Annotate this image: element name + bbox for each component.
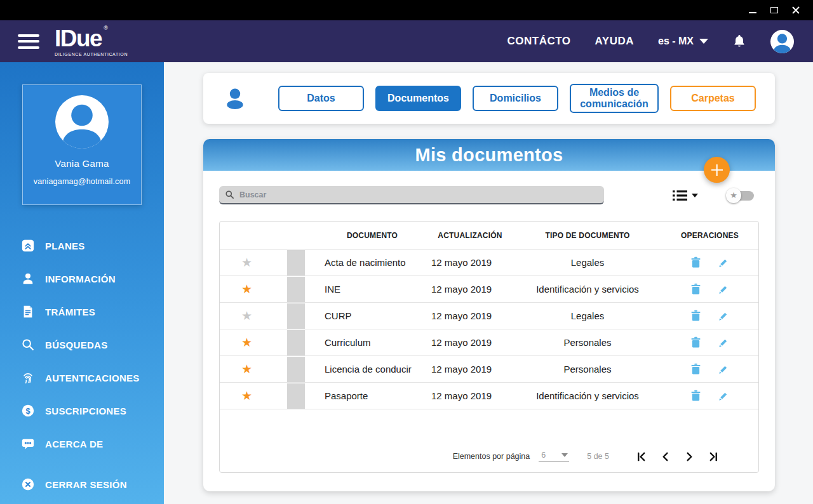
star-toggle[interactable]: ★ — [220, 256, 274, 269]
documents-header: Mis documentos — [203, 139, 775, 171]
person-icon — [770, 30, 794, 53]
last-page-button[interactable] — [708, 451, 719, 462]
edit-button[interactable] — [718, 257, 729, 269]
maximize-button[interactable] — [763, 0, 785, 20]
documents-toolbar: ★ — [203, 171, 775, 204]
pencil-icon — [718, 337, 729, 348]
tab-medios-de-comunicacion[interactable]: Medios de comunicación — [570, 84, 659, 112]
column-header-actualizacion: ACTUALIZACIÓN — [426, 231, 514, 240]
star-icon: ★ — [726, 188, 741, 203]
top-navbar: IDue ® DILIGENCE AUTHENTICATION CONTÁCTO… — [0, 20, 813, 62]
document-thumbnail — [287, 357, 305, 382]
edit-button[interactable] — [718, 284, 729, 295]
plans-icon — [21, 239, 35, 253]
user-avatar[interactable] — [770, 30, 794, 53]
chevron-down-icon — [692, 194, 698, 197]
star-toggle[interactable]: ★ — [220, 363, 274, 375]
add-document-button[interactable] — [704, 157, 730, 183]
document-thumbnail — [287, 250, 305, 275]
sidebar-item-cerrar-sesion[interactable]: CERRAR SESIÓN — [0, 468, 164, 501]
previous-page-button[interactable] — [660, 451, 671, 462]
section-tabs-card: Datos Documentos Domicilios Medios de co… — [203, 73, 775, 124]
sidebar-item-label: INFORMACIÓN — [45, 274, 116, 284]
tab-domicilios[interactable]: Domicilios — [473, 86, 558, 111]
tab-datos[interactable]: Datos — [278, 86, 364, 111]
delete-button[interactable] — [690, 310, 701, 322]
document-thumbnail — [287, 330, 305, 355]
list-icon — [673, 190, 687, 201]
delete-button[interactable] — [690, 283, 701, 295]
search-input[interactable] — [239, 190, 598, 199]
tab-buttons: Datos Documentos Domicilios Medios de co… — [278, 84, 756, 112]
pencil-icon — [718, 284, 729, 295]
sidebar-item-label: PLANES — [45, 241, 85, 251]
pencil-icon — [718, 364, 729, 375]
first-page-button[interactable] — [636, 451, 647, 462]
view-mode-dropdown[interactable] — [673, 190, 698, 201]
table-header: DOCUMENTO ACTUALIZACIÓN TIPO DE DOCUMENT… — [220, 222, 758, 249]
document-updated: 12 mayo 2019 — [426, 337, 514, 348]
delete-button[interactable] — [690, 363, 701, 375]
trash-icon — [690, 310, 701, 322]
first-page-icon — [636, 451, 647, 462]
profile-avatar — [55, 95, 109, 149]
table-row: ★ CURP 12 mayo 2019 Legales — [220, 303, 758, 329]
sidebar-item-acerca-de[interactable]: ACERCA DE — [0, 427, 164, 460]
document-type: Legales — [514, 257, 661, 268]
notifications-button[interactable] — [732, 34, 746, 49]
window-titlebar — [0, 0, 813, 20]
minimize-button[interactable] — [742, 0, 763, 20]
document-name: Pasaporte — [318, 390, 426, 401]
minimize-icon — [749, 12, 756, 13]
logout-icon — [21, 477, 35, 491]
close-icon — [791, 6, 800, 15]
trash-icon — [690, 363, 701, 375]
contact-link[interactable]: CONTÁCTO — [507, 35, 571, 48]
pencil-icon — [718, 310, 729, 322]
document-name: CURP — [318, 310, 426, 321]
table-row: ★ Curriculum 12 mayo 2019 Personales — [220, 329, 758, 356]
document-name: Curriculum — [318, 337, 426, 348]
document-type: Legales — [514, 310, 661, 321]
sidebar-item-tramites[interactable]: TRÁMITES — [0, 295, 164, 328]
column-header-tipo: TIPO DE DOCUMENTO — [514, 231, 661, 240]
hamburger-menu-icon[interactable] — [18, 34, 39, 49]
tab-carpetas[interactable]: Carpetas — [670, 86, 756, 111]
sidebar-item-suscripciones[interactable]: $ SUSCRIPCIONES — [0, 394, 164, 427]
edit-button[interactable] — [718, 310, 729, 322]
sidebar-item-informacion[interactable]: INFORMACIÓN — [0, 262, 164, 295]
bell-icon — [732, 34, 746, 49]
next-page-button[interactable] — [684, 451, 695, 462]
registered-mark: ® — [104, 25, 108, 31]
language-dropdown[interactable]: es - MX — [658, 36, 708, 47]
last-page-icon — [708, 451, 719, 462]
document-type: Personales — [514, 337, 661, 348]
star-toggle[interactable]: ★ — [220, 310, 274, 322]
star-toggle[interactable]: ★ — [220, 390, 274, 402]
help-link[interactable]: AYUDA — [595, 35, 634, 48]
document-type: Personales — [514, 364, 661, 375]
sidebar-item-planes[interactable]: PLANES — [0, 229, 164, 262]
delete-button[interactable] — [690, 256, 701, 269]
close-button[interactable] — [785, 0, 807, 20]
sidebar-item-busquedas[interactable]: BÚSQUEDAS — [0, 328, 164, 361]
delete-button[interactable] — [690, 390, 701, 402]
edit-button[interactable] — [718, 390, 729, 402]
search-icon — [21, 338, 35, 352]
person-icon — [21, 272, 35, 286]
edit-button[interactable] — [718, 337, 729, 348]
sidebar-item-label: SUSCRIPCIONES — [45, 406, 126, 416]
logo-text: IDue — [55, 27, 102, 50]
person-icon — [222, 86, 248, 111]
sidebar-item-autenticaciones[interactable]: AUTENTICACIONES — [0, 361, 164, 394]
items-per-page-select[interactable]: 6 — [539, 451, 569, 462]
delete-button[interactable] — [690, 336, 701, 348]
chevron-down-icon — [699, 39, 708, 44]
star-toggle[interactable]: ★ — [220, 336, 274, 348]
tab-documentos[interactable]: Documentos — [375, 86, 461, 111]
items-per-page-value: 6 — [541, 451, 546, 460]
sidebar: Vania Gama vaniagamag@hotmail.com PLANES… — [0, 62, 164, 504]
edit-button[interactable] — [718, 364, 729, 375]
favorites-filter-toggle[interactable]: ★ — [726, 188, 754, 203]
star-toggle[interactable]: ★ — [220, 283, 274, 295]
